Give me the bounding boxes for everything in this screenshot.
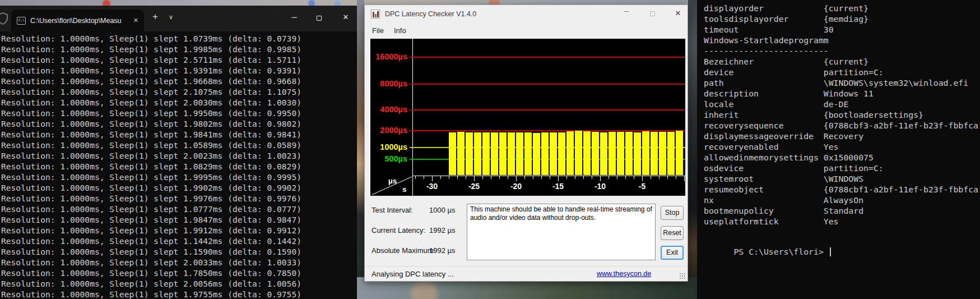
powershell-output-line: device partition=C: — [704, 67, 980, 77]
terminal-output-line: Resolution: 1.0000ms, Sleep(1) slept 1.9… — [1, 118, 357, 129]
latency-bar — [558, 132, 565, 175]
y-axis-label: 8000µs — [370, 79, 407, 88]
terminal-output-line: Resolution: 1.0000ms, Sleep(1) slept 2.0… — [1, 150, 357, 161]
x-axis-minor-tick — [659, 176, 659, 179]
terminal-minimize-button[interactable]: ─ — [285, 13, 304, 21]
analysis-message-box: This machine should be able to handle re… — [467, 204, 656, 260]
x-axis-major-tick — [474, 176, 475, 181]
latency-bar — [516, 132, 523, 175]
reset-button[interactable]: Reset — [661, 226, 684, 240]
thesycon-link[interactable]: www.thesycon.de — [597, 270, 651, 278]
x-axis-minor-tick — [533, 176, 533, 179]
terminal-output-line: Resolution: 1.0000ms, Sleep(1) slept 1.9… — [1, 65, 357, 76]
stop-button[interactable]: Stop — [661, 206, 684, 220]
desktop-wallpaper-right-sliver — [688, 0, 697, 299]
latency-bar — [474, 132, 481, 175]
x-axis-label: -20 — [504, 182, 528, 191]
x-axis-minor-tick — [440, 176, 441, 179]
terminal-output-line: Resolution: 1.0000ms, Sleep(1) slept 2.0… — [1, 278, 357, 289]
powershell-prompt[interactable]: PS C:\Users\flori> — [704, 237, 831, 266]
latency-bar — [449, 132, 456, 175]
powershell-output-line: Bezeichner {current} — [704, 56, 980, 67]
dpc-menu-bar: File Info — [365, 23, 688, 38]
x-axis-minor-tick — [449, 176, 449, 179]
terminal-close-button[interactable]: ✕ — [336, 13, 355, 21]
latency-bar — [617, 132, 624, 175]
latency-bar — [609, 132, 616, 175]
dpc-window-title: DPC Latency Checker V1.4.0 — [385, 10, 476, 18]
resize-grip[interactable] — [679, 272, 686, 279]
tab-close-icon[interactable]: ✕ — [132, 17, 138, 24]
y-axis-label: 1000µs — [370, 142, 407, 151]
terminal-output[interactable]: Resolution: 1.0000ms, Sleep(1) slept 1.0… — [0, 31, 357, 299]
exit-button[interactable]: Exit — [661, 246, 684, 260]
powershell-output-line: recoverysequence {0788cbf3-a2bf-11ef-b23… — [704, 120, 980, 131]
latency-bar — [541, 132, 549, 175]
terminal-output-line: Resolution: 1.0000ms, Sleep(1) slept 1.9… — [1, 172, 357, 182]
new-tab-button[interactable]: + — [152, 11, 158, 22]
y-axis-label: 500µs — [370, 154, 407, 163]
y-axis-label: 16000µs — [370, 52, 407, 61]
x-axis-minor-tick — [625, 176, 626, 179]
powershell-output-line: recoveryenabled Yes — [704, 141, 980, 152]
x-axis-minor-tick — [550, 176, 550, 179]
terminal-output-line: Resolution: 1.0000ms, Sleep(1) slept 1.9… — [1, 214, 357, 225]
powershell-output: displayorder {current}toolsdisplayorder … — [704, 3, 980, 227]
x-axis-major-tick — [558, 176, 559, 181]
powershell-output-line: Windows-Startladeprogramm — [704, 35, 980, 45]
dpc-latency-chart: µs s 500µs1000µs2000µs4000µs8000µs16000µ… — [370, 39, 685, 196]
terminal-output-line: Resolution: 1.0000ms, Sleep(1) slept 1.9… — [1, 289, 357, 299]
x-axis-label: -30 — [420, 182, 444, 191]
x-axis-minor-tick — [592, 176, 592, 179]
terminal-output-line: Resolution: 1.0000ms, Sleep(1) slept 1.9… — [1, 129, 357, 140]
stat-label: Absolute Maximum: — [371, 246, 435, 255]
terminal-window: C:\ C:\Users\flori\Desktop\Measu ✕ + ∨ ─… — [0, 6, 357, 299]
dpc-title-bar: DPC Latency Checker V1.4.0 ─ ✕ — [365, 5, 688, 23]
latency-bar — [625, 132, 633, 175]
terminal-output-line: Resolution: 1.0000ms, Sleep(1) slept 1.1… — [1, 236, 357, 246]
dpc-minimize-button[interactable]: ─ — [618, 7, 635, 15]
latency-bar — [651, 132, 658, 175]
latency-bar — [533, 133, 540, 175]
terminal-output-line: Resolution: 1.0000ms, Sleep(1) slept 1.0… — [1, 161, 357, 172]
dpc-latency-checker-window: DPC Latency Checker V1.4.0 ─ ✕ File Info… — [364, 4, 688, 282]
terminal-output-line: Resolution: 1.0000ms, Sleep(1) slept 1.9… — [1, 76, 357, 86]
latency-bar — [499, 132, 507, 175]
y-axis-line — [412, 39, 413, 196]
powershell-output-line: ------------------------- — [704, 45, 980, 56]
desktop-wallpaper-left-sliver — [357, 0, 364, 299]
x-axis-line — [412, 176, 685, 176]
x-axis-minor-tick — [541, 176, 542, 179]
dpc-close-button[interactable]: ✕ — [670, 9, 686, 17]
terminal-output-line: Resolution: 1.0000ms, Sleep(1) slept 1.1… — [1, 246, 357, 257]
latency-bar — [659, 132, 666, 175]
dpc-maximize-button[interactable] — [644, 10, 661, 18]
x-axis-minor-tick — [566, 176, 567, 179]
x-axis-minor-tick — [499, 176, 500, 179]
prompt-text: PS C:\Users\flori> — [733, 247, 828, 256]
powershell-panel[interactable]: displayorder {current}toolsdisplayorder … — [697, 0, 980, 299]
latency-bar — [634, 132, 641, 175]
x-axis-label: -10 — [588, 182, 612, 191]
latency-bar — [642, 131, 649, 175]
menu-info[interactable]: Info — [394, 26, 406, 35]
text-cursor-icon — [830, 247, 831, 256]
menu-file[interactable]: File — [372, 26, 384, 35]
stat-value: 1992 µs — [429, 246, 456, 255]
latency-bar — [583, 131, 591, 175]
powershell-output-line: inherit {bootloadersettings} — [704, 109, 980, 120]
x-axis-minor-tick — [634, 176, 634, 179]
terminal-maximize-button[interactable] — [309, 14, 328, 22]
x-axis-minor-tick — [524, 176, 525, 179]
x-axis-minor-tick — [491, 176, 491, 179]
terminal-output-line: Resolution: 1.0000ms, Sleep(1) slept 2.1… — [1, 86, 357, 97]
x-axis-minor-tick — [457, 176, 458, 179]
terminal-tab[interactable]: C:\ C:\Users\flori\Desktop\Measu ✕ — [11, 10, 144, 31]
gridline-16000us — [410, 57, 685, 58]
powershell-output-line: bootmenupolicy Standard — [704, 205, 980, 216]
powershell-output-line: displayorder {current} — [704, 3, 980, 13]
terminal-output-line: Resolution: 1.0000ms, Sleep(1) slept 2.5… — [1, 54, 357, 65]
latency-bar — [457, 132, 465, 175]
tab-dropdown-icon[interactable]: ∨ — [169, 13, 173, 21]
latency-bar — [566, 131, 574, 175]
